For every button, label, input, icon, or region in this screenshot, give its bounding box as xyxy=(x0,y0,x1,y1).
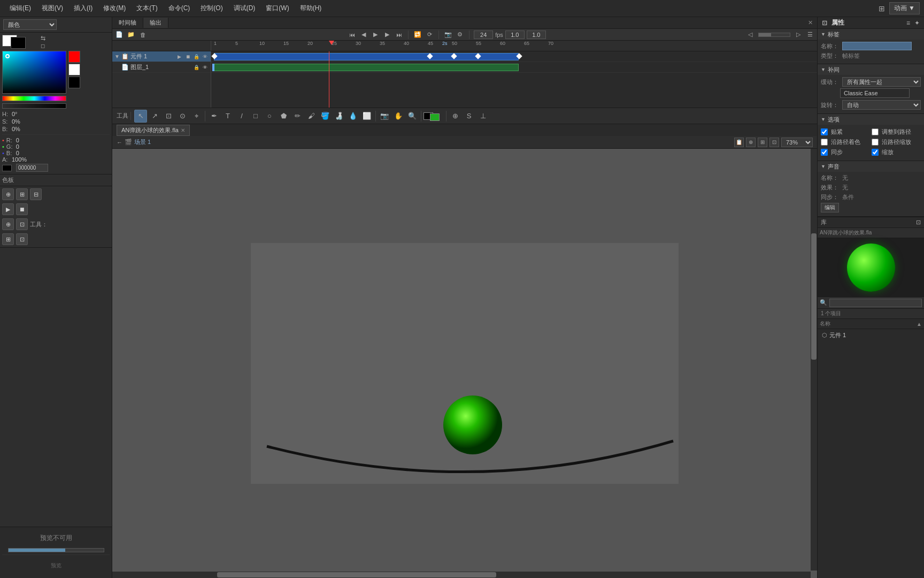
stage-tab-close[interactable]: ✕ xyxy=(181,127,185,133)
stage-fit-btn[interactable]: ⊞ xyxy=(758,138,767,147)
timeline-close-btn[interactable]: ✕ xyxy=(804,19,817,26)
tool-straighten[interactable]: ⊥ xyxy=(476,110,489,123)
hue-slider[interactable] xyxy=(2,96,66,101)
swap-colors-btn[interactable]: ⇆ xyxy=(41,35,45,42)
stage-clip-btn[interactable]: 📋 xyxy=(734,138,744,147)
tool-brush[interactable]: 🖌 xyxy=(305,110,318,123)
default-colors-btn[interactable]: ◻ xyxy=(41,43,45,49)
color-mode-dropdown[interactable]: 颜色 xyxy=(3,19,57,30)
option-scale[interactable]: 缩放 xyxy=(872,148,921,156)
track2-lock-btn[interactable]: 🔒 xyxy=(192,64,200,71)
timeline-zoom-in[interactable]: ▷ xyxy=(794,30,803,40)
lib-sort-btn[interactable]: ⊡ xyxy=(916,219,921,226)
breadcrumb-scene-name[interactable]: 场景 1 xyxy=(134,138,151,146)
alpha-slider[interactable] xyxy=(2,103,66,109)
tool-pen[interactable]: ✒ xyxy=(207,110,220,123)
tool-camera[interactable]: 📷 xyxy=(378,110,391,123)
track-label-layer[interactable]: ▼ 📄 图层_1 🔒 👁 xyxy=(112,62,211,73)
tl-btn6[interactable]: ⊕ xyxy=(2,218,14,230)
menu-item-help[interactable]: 帮助(H) xyxy=(295,2,327,15)
tool-select[interactable]: ↖ xyxy=(134,110,147,123)
workspace-dropdown[interactable]: 动画 ▼ xyxy=(889,2,920,14)
tool-paint-bucket[interactable]: 🪣 xyxy=(319,110,332,123)
options-section-header[interactable]: ▼ 选项 xyxy=(818,114,924,125)
tool-polystar[interactable]: ⬟ xyxy=(277,110,290,123)
timeline-zoom-out[interactable]: ◁ xyxy=(745,30,755,40)
fill-color-indicator[interactable] xyxy=(430,113,440,121)
loop-btn[interactable]: 🔁 xyxy=(413,30,422,40)
stage-screen-btn[interactable]: ⊡ xyxy=(769,138,779,147)
new-folder-btn[interactable]: 📁 xyxy=(126,30,136,40)
track1-play-btn[interactable]: ▶ xyxy=(175,53,183,60)
prop-tab2[interactable]: ✦ xyxy=(914,19,920,27)
tool-rect[interactable]: □ xyxy=(249,110,262,123)
skip-end-btn[interactable]: ⏭ xyxy=(394,30,404,40)
stage-hscrollbar[interactable] xyxy=(112,572,811,578)
option-trace-path[interactable]: 沿路径着色 xyxy=(821,138,871,146)
tool-lasso[interactable]: ⌖ xyxy=(190,110,203,123)
timeline-settings[interactable]: ☰ xyxy=(805,30,815,40)
stage-file-tab[interactable]: AN弹跳小球的效果.fla ✕ xyxy=(117,125,190,136)
tool-eraser[interactable]: ⬜ xyxy=(360,110,373,123)
track1-stop-btn[interactable]: ⏹ xyxy=(184,53,191,60)
ease-dropdown[interactable]: 所有属性一起 分别 xyxy=(842,77,921,87)
red-swatch[interactable] xyxy=(68,51,80,63)
trace-path2-checkbox[interactable] xyxy=(872,139,879,146)
tl-btn1[interactable]: ⊕ xyxy=(2,188,14,200)
tl-btn4[interactable]: ▶ xyxy=(2,203,14,215)
menu-item-window[interactable]: 窗口(W) xyxy=(260,2,294,15)
option-snap[interactable]: 贴紧 xyxy=(821,128,871,136)
sound-section-header[interactable]: ▼ 声音 xyxy=(818,161,924,172)
prop-tab1[interactable]: ≡ xyxy=(906,19,910,27)
tool-pencil[interactable]: ✏ xyxy=(291,110,304,123)
menu-item-edit[interactable]: 编辑(E) xyxy=(4,2,36,15)
tool-eyedropper[interactable]: 💧 xyxy=(346,110,359,123)
scale-checkbox[interactable] xyxy=(872,149,879,156)
trace-path-checkbox[interactable] xyxy=(821,139,828,146)
track1-eye-btn[interactable]: 👁 xyxy=(201,53,209,60)
tl-btn7[interactable]: ⊡ xyxy=(16,218,28,230)
track2-bar[interactable] xyxy=(214,64,519,71)
track-label-symbol[interactable]: ▼ 📋 元件 1 ▶ ⏹ 🔒 👁 xyxy=(112,51,211,62)
option-sync[interactable]: 同步 xyxy=(821,148,871,156)
adjust-path-checkbox[interactable] xyxy=(872,128,879,135)
tool-snap[interactable]: ⊕ xyxy=(449,110,461,123)
black-swatch[interactable] xyxy=(68,77,80,88)
fill-color-swatch[interactable] xyxy=(11,37,26,49)
frame-input[interactable] xyxy=(505,31,525,39)
breadcrumb-back-icon[interactable]: ← xyxy=(117,139,122,146)
name-input[interactable] xyxy=(842,42,912,50)
menu-item-view[interactable]: 视图(V) xyxy=(36,2,68,15)
delete-layer-btn[interactable]: 🗑 xyxy=(138,30,148,40)
skip-start-btn[interactable]: ⏮ xyxy=(347,30,357,40)
snap-checkbox[interactable] xyxy=(821,128,828,135)
menu-item-text[interactable]: 文本(T) xyxy=(131,2,163,15)
tl-btn2[interactable]: ⊞ xyxy=(16,188,28,200)
white-swatch[interactable] xyxy=(68,64,80,75)
tool-gradient[interactable]: ⊙ xyxy=(176,110,189,123)
menu-item-insert[interactable]: 插入(I) xyxy=(68,2,98,15)
step-forward-btn[interactable]: ▶ xyxy=(382,30,392,40)
tl-btn9[interactable]: ⊡ xyxy=(16,233,28,245)
tl-btn5[interactable]: ⏹ xyxy=(16,203,28,215)
tool-oval[interactable]: ○ xyxy=(263,110,276,123)
tool-smooth[interactable]: S xyxy=(463,110,475,123)
tl-btn8[interactable]: ⊞ xyxy=(2,233,14,245)
fps-input[interactable]: 24 xyxy=(474,31,493,39)
tool-subselect[interactable]: ↗ xyxy=(148,110,161,123)
tool-ink-bottle[interactable]: 🍶 xyxy=(333,110,345,123)
menu-item-debug[interactable]: 调试(D) xyxy=(228,2,261,15)
sync-btn[interactable]: ⟳ xyxy=(425,30,434,40)
camera-btn[interactable]: 📷 xyxy=(443,30,453,40)
sound-edit-btn[interactable]: 编辑 xyxy=(821,203,839,212)
output-tab[interactable]: 输出 xyxy=(143,18,168,28)
tweening-section-header[interactable]: ▼ 补间 xyxy=(818,64,924,75)
tool-freexform[interactable]: ⊡ xyxy=(162,110,175,123)
tool-line[interactable]: / xyxy=(235,110,248,123)
stage-vscrollbar[interactable] xyxy=(811,149,817,571)
color-mode-selector[interactable]: 颜色 xyxy=(0,17,112,33)
step-back-btn[interactable]: ◀ xyxy=(359,30,368,40)
timeline-tab[interactable]: 时间轴 xyxy=(112,18,143,28)
ease-value-display[interactable]: Classic Ease xyxy=(840,88,910,98)
track2-eye-btn[interactable]: 👁 xyxy=(201,64,209,71)
